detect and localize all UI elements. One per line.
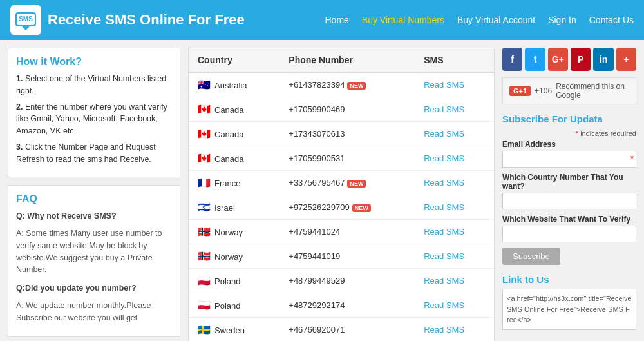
phone-cell: +17059900531 [279,146,415,171]
email-input[interactable] [502,151,636,168]
twitter-button[interactable]: t [525,48,545,71]
country-cell: 🇵🇱Poland [189,293,279,318]
country-cell: 🇫🇷France [189,171,279,195]
country-flag: 🇫🇷 [198,177,211,188]
country-flag: 🇮🇱 [198,202,211,213]
gplus-btn[interactable]: G+1 [509,86,531,96]
nav-buy-virtual-numbers[interactable]: Buy Virtual Numbers [362,15,444,25]
faq-a2: A: We update number monthly.Please Subsc… [16,300,172,324]
phone-numbers-table-container: Country Phone Number SMS 🇦🇺Australia+614… [188,48,495,341]
read-sms-link[interactable]: Read SMS [424,276,464,286]
country-flag: 🇵🇱 [198,300,211,311]
subscribe-button[interactable]: Subscribe [502,248,560,265]
how-it-work-section: How it Work? 1. Select one of the Virtua… [8,48,180,177]
step-2: 2. Enter the number where you want verif… [16,101,172,137]
email-required-star: * [630,154,634,163]
table-row: 🇳🇴Norway+4759441024Read SMS [189,220,494,244]
nav-contact-us[interactable]: Contact Us [589,15,634,25]
read-sms-link[interactable]: Read SMS [424,202,464,212]
country-flag: 🇳🇴 [198,226,211,237]
website-label: Which Website That Want To Verify [502,215,636,224]
faq-title: FAQ [16,193,172,205]
country-flag: 🇵🇱 [198,275,211,286]
read-sms-link[interactable]: Read SMS [424,80,464,90]
read-sms-link[interactable]: Read SMS [424,129,464,139]
sms-cell: Read SMS [415,97,494,122]
website-input[interactable] [502,226,636,242]
phone-cell: +48729292174 [279,293,415,318]
faq-q2: Q:Did you update you number? [16,282,172,295]
link-code[interactable]: <a href="http://hs3x.com" title="Receive… [502,289,636,330]
faq-q1: Q: Why not Receive SMS? [16,210,172,222]
phone-cell: +61437823394NEW [279,72,415,97]
country-label: Which Country Number That You want? [502,173,636,191]
read-sms-link[interactable]: Read SMS [424,227,464,237]
table-row: 🇮🇱Israel+972526229709NEWRead SMS [189,195,494,220]
country-flag: 🇸🇪 [198,324,211,335]
table-row: 🇵🇱Poland+48729292174Read SMS [189,293,494,318]
facebook-button[interactable]: f [502,48,522,71]
phone-cell: +4759441019 [279,244,415,269]
country-input[interactable] [502,193,636,209]
nav-sign-in[interactable]: Sign In [548,15,576,25]
subscribe-title: Subscribe For Updata [502,113,636,124]
left-panel: How it Work? 1. Select one of the Virtua… [8,48,188,341]
phone-cell: +48799449529 [279,269,415,293]
faq-a1: A: Some times Many user use number to ve… [16,228,172,276]
phone-numbers-table: Country Phone Number SMS 🇦🇺Australia+614… [189,48,494,341]
subscribe-section: Subscribe For Updata * indicates require… [502,113,636,265]
country-flag: 🇦🇺 [198,79,211,90]
read-sms-link[interactable]: Read SMS [424,153,464,163]
more-social-button[interactable]: + [616,48,636,71]
table-row: 🇫🇷France+33756795467NEWRead SMS [189,171,494,195]
nav-home[interactable]: Home [325,15,349,25]
table-row: 🇨🇦Canada+17343070613Read SMS [189,122,494,146]
step-1: 1. Select one of the Virtual Numbers lis… [16,73,172,97]
faq-section: FAQ Q: Why not Receive SMS? A: Some time… [8,185,180,337]
linkedin-button[interactable]: in [593,48,613,71]
country-cell: 🇸🇪Sweden [189,318,279,342]
country-cell: 🇳🇴Norway [189,244,279,269]
step-3: 3. Click the Number Page and Ruquest Ref… [16,141,172,166]
phone-cell: +46766920071 [279,318,415,342]
phone-cell: +17059900469 [279,97,415,122]
read-sms-link[interactable]: Read SMS [424,104,464,114]
read-sms-link[interactable]: Read SMS [424,325,464,335]
email-input-wrapper: * [502,151,636,173]
nav-buy-virtual-account[interactable]: Buy Virtual Account [457,15,535,25]
read-sms-link[interactable]: Read SMS [424,178,464,188]
read-sms-link[interactable]: Read SMS [424,300,464,310]
country-flag: 🇨🇦 [198,153,211,164]
country-cell: 🇮🇱Israel [189,195,279,220]
main-container: How it Work? 1. Select one of the Virtua… [0,40,644,341]
pinterest-button[interactable]: P [571,48,591,71]
new-badge: NEW [347,180,366,188]
country-cell: 🇵🇱Poland [189,269,279,293]
main-nav: Home Buy Virtual Numbers Buy Virtual Acc… [325,15,634,25]
country-cell: 🇦🇺Australia [189,72,279,97]
read-sms-link[interactable]: Read SMS [424,251,464,261]
country-flag: 🇨🇦 [198,128,211,139]
phone-cell: +972526229709NEW [279,195,415,220]
sms-cell: Read SMS [415,293,494,318]
country-cell: 🇨🇦Canada [189,97,279,122]
gplus-text: Recommend this on Google [556,82,629,100]
new-badge: NEW [347,82,366,90]
table-row: 🇵🇱Poland+48799449529Read SMS [189,269,494,293]
req-star: * [576,130,578,137]
phone-cell: +33756795467NEW [279,171,415,195]
sms-cell: Read SMS [415,220,494,244]
table-row: 🇦🇺Australia+61437823394NEWRead SMS [189,72,494,97]
country-flag: 🇳🇴 [198,251,211,262]
table-row: 🇨🇦Canada+17059900531Read SMS [189,146,494,171]
table-header-row: Country Phone Number SMS [189,48,494,72]
sms-cell: Read SMS [415,269,494,293]
how-it-work-title: How it Work? [16,56,172,68]
phone-cell: +4759441024 [279,220,415,244]
gplus-count: +106 [535,86,552,95]
logo-area: SMS Receive SMS Online For Free [10,5,245,35]
country-cell: 🇳🇴Norway [189,220,279,244]
googleplus-button[interactable]: G+ [548,48,568,71]
link-to-us-title: Link to Us [502,274,636,285]
link-to-us-section: Link to Us <a href="http://hs3x.com" tit… [502,274,636,330]
